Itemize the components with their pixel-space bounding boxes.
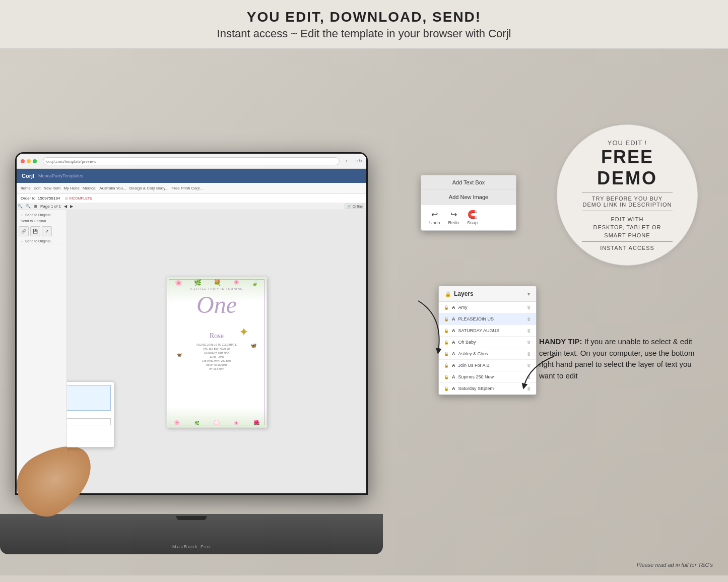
sidebar-item-3[interactable]: ← Send to Original <box>19 238 64 244</box>
nav-australia: Australia You... <box>99 186 126 190</box>
tool-fit[interactable]: ⊞ <box>34 204 37 209</box>
size-row: Hgt 11 v 11 <box>67 427 111 430</box>
toolbar-checkbox[interactable]: Resize as Image <box>67 413 111 417</box>
sidebar-icons: 🔗 💾 ✓ <box>19 226 64 236</box>
toolbar-text-preview: PLEASE JOIN US F OR A BRIDAL BRUN CH IN … <box>67 385 111 411</box>
browser-dot-yellow[interactable] <box>27 159 31 163</box>
layer-type-a-3: A <box>452 328 455 333</box>
layer-item-pleasejoin[interactable]: 🔒 A PLEASEJOIN US 🗑 <box>439 313 536 325</box>
tool-zoom[interactable]: 🔍 <box>18 204 23 209</box>
sidebar-icon-1[interactable]: 🔗 <box>19 226 29 236</box>
layer-item-ohbaby[interactable]: 🔒 A Oh Baby 🗑 <box>439 337 536 348</box>
tool-next[interactable]: ▶ <box>70 204 73 209</box>
layer-delete-icon-5[interactable]: 🗑 <box>527 352 531 356</box>
layer-item-joinusfor[interactable]: 🔒 A Join Us For A B 🗑 <box>439 360 536 371</box>
layer-name-saturdaysep: Saturday SEptem <box>458 386 524 391</box>
redo-tool[interactable]: ↪ Redo <box>448 210 459 225</box>
layers-lock-icon: 🔒 <box>445 291 451 297</box>
browser-chrome: corjl.com/template/preview ⟵ ⟶ ↻ <box>17 154 366 169</box>
demo-demo: DEMO <box>597 168 657 189</box>
layer-name-pleasejoin: PLEASEJOIN US <box>458 316 524 321</box>
inv-butterfly2: 🦋 <box>177 353 182 357</box>
layers-title: Layers <box>454 290 527 297</box>
layer-item-saturdaysep[interactable]: 🔒 A Saturday SEptem 🗑 <box>439 383 536 395</box>
font-select[interactable]: Garamond Regular <box>67 418 111 425</box>
corjl-logo: Corjl <box>22 173 34 179</box>
browser-nav: ⟵ ⟶ ↻ <box>346 159 362 163</box>
demo-you-edit: YOU EDIT ! <box>608 139 647 147</box>
sidebar-icon-3[interactable]: ✓ <box>42 226 52 236</box>
sub-title: Instant access ~ Edit the template in yo… <box>10 27 718 40</box>
demo-free: FREE <box>601 147 653 168</box>
layer-lock-icon-6: 🔒 <box>444 363 449 368</box>
layer-item-saturday[interactable]: 🔒 A SATURDAY AUGUS 🗑 <box>439 325 536 337</box>
text-line-4: IN HONOR OF <box>67 403 107 408</box>
sidebar-item-1[interactable]: ← Send to Original <box>19 212 64 218</box>
tool-zoom2[interactable]: 🔍 <box>26 204 31 209</box>
person-hand <box>15 449 116 525</box>
corjl-header: Corjl MoocaPartyTemplates <box>17 169 366 183</box>
corjl-top-tools: 🔍 🔍 ⊞ Page 1 of 1 ◀ ▶ 🛒 Online <box>17 203 366 210</box>
browser-dot-red[interactable] <box>21 159 25 163</box>
layer-item-supinos[interactable]: 🔒 A Supinos 250 New 🗑 <box>439 371 536 383</box>
layer-type-a-4: A <box>452 340 455 345</box>
layer-delete-icon[interactable]: 🗑 <box>527 305 531 310</box>
page-indicator: Page 1 of 1 <box>40 204 61 209</box>
nav-hubs: My Hubs <box>63 186 80 190</box>
layer-delete-icon-2[interactable]: 🗑 <box>527 317 531 321</box>
incomplete-badge: ⊙ INCOMPLETE <box>65 197 92 201</box>
undo-icon: ↩ <box>431 210 438 219</box>
demo-edit-with: EDIT WITH <box>611 216 643 222</box>
layers-header: 🔒 Layers ▾ <box>439 286 536 302</box>
snap-tool[interactable]: 🧲 Snap <box>467 210 478 225</box>
tool-prev[interactable]: ◀ <box>64 204 67 209</box>
text-line-1: PLEASE JOIN US F <box>67 388 107 393</box>
sidebar-item-2[interactable]: Send to Original <box>19 218 64 224</box>
order-id: Order Id: 1509758194 <box>21 196 60 201</box>
undo-tool[interactable]: ↩ Undo <box>429 210 440 225</box>
layer-delete-icon-8[interactable]: 🗑 <box>527 386 531 391</box>
layers-chevron-icon[interactable]: ▾ <box>527 291 530 297</box>
layer-type-a-6: A <box>452 363 455 368</box>
layer-lock-icon-7: 🔒 <box>444 375 449 379</box>
layer-name-ashley: Ashley & Chris <box>458 351 524 356</box>
nav-items: Items <box>21 186 31 190</box>
layer-delete-icon-6[interactable]: 🗑 <box>527 363 531 368</box>
tool-order[interactable]: 🛒 Online <box>345 204 365 209</box>
layer-item-ashley[interactable]: 🔒 A Ashley & Chris 🗑 <box>439 348 536 360</box>
redo-icon: ↪ <box>450 210 457 219</box>
corjl-brand: MoocaPartyTemplates <box>38 173 83 178</box>
layer-delete-icon-4[interactable]: 🗑 <box>527 340 531 345</box>
browser-url-bar[interactable]: corjl.com/template/preview <box>43 157 340 165</box>
bottom-disclaimer: Please read ad in full for T&C's <box>637 562 713 568</box>
undo-label: Undo <box>429 220 440 225</box>
add-text-box-button[interactable]: Add Text Box <box>421 175 516 190</box>
layer-delete-icon-7[interactable]: 🗑 <box>527 375 531 379</box>
redo-label: Redo <box>448 220 459 225</box>
invitation-card: 🌸 🌿 💐 🌸 🍃 A LITTLE FAIRY IS TURNING One <box>166 277 267 428</box>
order-icon[interactable]: 🛒 Online <box>345 204 365 209</box>
sidebar-icon-2[interactable]: 💾 <box>30 226 40 236</box>
demo-divider-1 <box>582 192 673 192</box>
layer-lock-icon-3: 🔒 <box>444 329 449 333</box>
inv-fairy: ✦ <box>239 325 249 339</box>
handy-tip-bold: HANDY TIP: <box>539 337 582 346</box>
laptop-screen-body: corjl.com/template/preview ⟵ ⟶ ↻ Corjl M… <box>15 152 368 495</box>
trackpad-notch <box>176 516 207 520</box>
layer-lock-icon: 🔒 <box>444 305 449 310</box>
layer-delete-icon-3[interactable]: 🗑 <box>527 329 531 333</box>
add-new-image-button[interactable]: Add New Image <box>421 190 516 205</box>
free-demo-circle: YOU EDIT ! FREE DEMO TRY BEFORE YOU BUY … <box>557 124 698 266</box>
text-line-2: OR A BRIDAL BRUN <box>67 393 107 398</box>
demo-try: TRY BEFORE YOU BUY <box>592 196 663 202</box>
url-text: corjl.com/template/preview <box>46 159 96 164</box>
corjl-nav: Items Edit New Item My Hubs Medical Aust… <box>17 183 366 194</box>
demo-instant: INSTANT ACCESS <box>600 245 654 251</box>
flowers-top: 🌸 🌿 💐 🌸 🍃 <box>167 277 267 302</box>
browser-dot-green[interactable] <box>33 159 37 163</box>
layer-item-amy[interactable]: 🔒 A Amy 🗑 <box>439 302 536 313</box>
handy-tip: HANDY TIP: If you are unable to select &… <box>539 336 700 381</box>
corjl-toolbar: PLEASE JOIN US F OR A BRIDAL BRUN CH IN … <box>67 381 114 447</box>
layer-lock-icon-4: 🔒 <box>444 340 449 345</box>
demo-link: DEMO LINK IN DESCRIPTION <box>583 202 672 208</box>
